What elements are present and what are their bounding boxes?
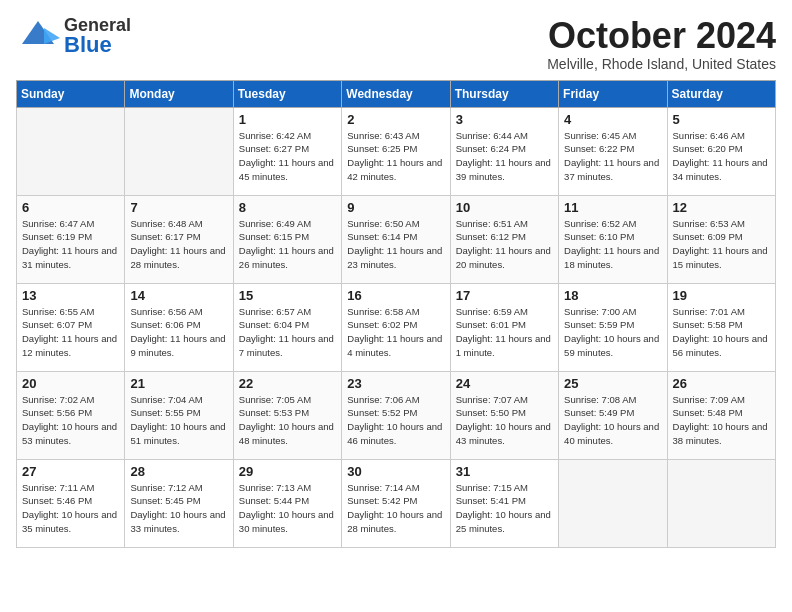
day-info: Sunrise: 6:42 AM Sunset: 6:27 PM Dayligh… xyxy=(239,129,336,184)
day-info: Sunrise: 6:59 AM Sunset: 6:01 PM Dayligh… xyxy=(456,305,553,360)
day-info: Sunrise: 7:11 AM Sunset: 5:46 PM Dayligh… xyxy=(22,481,119,536)
day-number: 24 xyxy=(456,376,553,391)
day-info: Sunrise: 6:47 AM Sunset: 6:19 PM Dayligh… xyxy=(22,217,119,272)
day-number: 6 xyxy=(22,200,119,215)
day-info: Sunrise: 6:48 AM Sunset: 6:17 PM Dayligh… xyxy=(130,217,227,272)
day-info: Sunrise: 6:57 AM Sunset: 6:04 PM Dayligh… xyxy=(239,305,336,360)
day-number: 13 xyxy=(22,288,119,303)
location-title: Melville, Rhode Island, United States xyxy=(547,56,776,72)
day-info: Sunrise: 6:43 AM Sunset: 6:25 PM Dayligh… xyxy=(347,129,444,184)
day-number: 23 xyxy=(347,376,444,391)
day-info: Sunrise: 7:05 AM Sunset: 5:53 PM Dayligh… xyxy=(239,393,336,448)
day-info: Sunrise: 6:46 AM Sunset: 6:20 PM Dayligh… xyxy=(673,129,770,184)
weekday-header-row: SundayMondayTuesdayWednesdayThursdayFrid… xyxy=(17,80,776,107)
calendar-day: 24Sunrise: 7:07 AM Sunset: 5:50 PM Dayli… xyxy=(450,371,558,459)
day-info: Sunrise: 7:01 AM Sunset: 5:58 PM Dayligh… xyxy=(673,305,770,360)
day-info: Sunrise: 6:52 AM Sunset: 6:10 PM Dayligh… xyxy=(564,217,661,272)
day-number: 27 xyxy=(22,464,119,479)
day-info: Sunrise: 7:14 AM Sunset: 5:42 PM Dayligh… xyxy=(347,481,444,536)
calendar-day: 21Sunrise: 7:04 AM Sunset: 5:55 PM Dayli… xyxy=(125,371,233,459)
day-number: 5 xyxy=(673,112,770,127)
calendar-day: 7Sunrise: 6:48 AM Sunset: 6:17 PM Daylig… xyxy=(125,195,233,283)
day-info: Sunrise: 6:45 AM Sunset: 6:22 PM Dayligh… xyxy=(564,129,661,184)
day-number: 8 xyxy=(239,200,336,215)
day-number: 31 xyxy=(456,464,553,479)
day-number: 16 xyxy=(347,288,444,303)
calendar-day: 10Sunrise: 6:51 AM Sunset: 6:12 PM Dayli… xyxy=(450,195,558,283)
calendar-day xyxy=(667,459,775,547)
calendar-day: 29Sunrise: 7:13 AM Sunset: 5:44 PM Dayli… xyxy=(233,459,341,547)
day-info: Sunrise: 7:06 AM Sunset: 5:52 PM Dayligh… xyxy=(347,393,444,448)
weekday-header-wednesday: Wednesday xyxy=(342,80,450,107)
calendar-day: 8Sunrise: 6:49 AM Sunset: 6:15 PM Daylig… xyxy=(233,195,341,283)
day-number: 15 xyxy=(239,288,336,303)
calendar-day: 18Sunrise: 7:00 AM Sunset: 5:59 PM Dayli… xyxy=(559,283,667,371)
day-number: 29 xyxy=(239,464,336,479)
calendar-week-3: 13Sunrise: 6:55 AM Sunset: 6:07 PM Dayli… xyxy=(17,283,776,371)
day-info: Sunrise: 7:07 AM Sunset: 5:50 PM Dayligh… xyxy=(456,393,553,448)
day-number: 17 xyxy=(456,288,553,303)
day-info: Sunrise: 6:56 AM Sunset: 6:06 PM Dayligh… xyxy=(130,305,227,360)
day-info: Sunrise: 6:44 AM Sunset: 6:24 PM Dayligh… xyxy=(456,129,553,184)
logo-icon xyxy=(16,16,60,56)
day-number: 9 xyxy=(347,200,444,215)
calendar-body: 1Sunrise: 6:42 AM Sunset: 6:27 PM Daylig… xyxy=(17,107,776,547)
calendar-day: 11Sunrise: 6:52 AM Sunset: 6:10 PM Dayli… xyxy=(559,195,667,283)
calendar-day: 25Sunrise: 7:08 AM Sunset: 5:49 PM Dayli… xyxy=(559,371,667,459)
day-number: 26 xyxy=(673,376,770,391)
calendar-day xyxy=(559,459,667,547)
calendar-day: 27Sunrise: 7:11 AM Sunset: 5:46 PM Dayli… xyxy=(17,459,125,547)
day-info: Sunrise: 7:08 AM Sunset: 5:49 PM Dayligh… xyxy=(564,393,661,448)
day-info: Sunrise: 7:04 AM Sunset: 5:55 PM Dayligh… xyxy=(130,393,227,448)
calendar-day: 3Sunrise: 6:44 AM Sunset: 6:24 PM Daylig… xyxy=(450,107,558,195)
day-info: Sunrise: 6:55 AM Sunset: 6:07 PM Dayligh… xyxy=(22,305,119,360)
calendar-day: 30Sunrise: 7:14 AM Sunset: 5:42 PM Dayli… xyxy=(342,459,450,547)
day-number: 18 xyxy=(564,288,661,303)
calendar-day: 5Sunrise: 6:46 AM Sunset: 6:20 PM Daylig… xyxy=(667,107,775,195)
day-number: 2 xyxy=(347,112,444,127)
calendar-day: 6Sunrise: 6:47 AM Sunset: 6:19 PM Daylig… xyxy=(17,195,125,283)
day-number: 4 xyxy=(564,112,661,127)
calendar-day: 20Sunrise: 7:02 AM Sunset: 5:56 PM Dayli… xyxy=(17,371,125,459)
day-number: 3 xyxy=(456,112,553,127)
day-number: 20 xyxy=(22,376,119,391)
calendar-day: 13Sunrise: 6:55 AM Sunset: 6:07 PM Dayli… xyxy=(17,283,125,371)
calendar-day: 17Sunrise: 6:59 AM Sunset: 6:01 PM Dayli… xyxy=(450,283,558,371)
calendar-week-1: 1Sunrise: 6:42 AM Sunset: 6:27 PM Daylig… xyxy=(17,107,776,195)
logo: General Blue xyxy=(16,16,131,56)
calendar-day: 16Sunrise: 6:58 AM Sunset: 6:02 PM Dayli… xyxy=(342,283,450,371)
calendar-day: 1Sunrise: 6:42 AM Sunset: 6:27 PM Daylig… xyxy=(233,107,341,195)
calendar-day: 23Sunrise: 7:06 AM Sunset: 5:52 PM Dayli… xyxy=(342,371,450,459)
day-number: 21 xyxy=(130,376,227,391)
calendar-day xyxy=(17,107,125,195)
calendar-day: 19Sunrise: 7:01 AM Sunset: 5:58 PM Dayli… xyxy=(667,283,775,371)
title-area: October 2024 Melville, Rhode Island, Uni… xyxy=(547,16,776,72)
day-info: Sunrise: 7:09 AM Sunset: 5:48 PM Dayligh… xyxy=(673,393,770,448)
day-info: Sunrise: 7:02 AM Sunset: 5:56 PM Dayligh… xyxy=(22,393,119,448)
calendar-day: 28Sunrise: 7:12 AM Sunset: 5:45 PM Dayli… xyxy=(125,459,233,547)
weekday-header-friday: Friday xyxy=(559,80,667,107)
calendar-week-4: 20Sunrise: 7:02 AM Sunset: 5:56 PM Dayli… xyxy=(17,371,776,459)
calendar-day: 15Sunrise: 6:57 AM Sunset: 6:04 PM Dayli… xyxy=(233,283,341,371)
day-number: 30 xyxy=(347,464,444,479)
day-info: Sunrise: 7:15 AM Sunset: 5:41 PM Dayligh… xyxy=(456,481,553,536)
day-info: Sunrise: 6:50 AM Sunset: 6:14 PM Dayligh… xyxy=(347,217,444,272)
calendar-day: 9Sunrise: 6:50 AM Sunset: 6:14 PM Daylig… xyxy=(342,195,450,283)
calendar-table: SundayMondayTuesdayWednesdayThursdayFrid… xyxy=(16,80,776,548)
day-number: 25 xyxy=(564,376,661,391)
calendar-day: 14Sunrise: 6:56 AM Sunset: 6:06 PM Dayli… xyxy=(125,283,233,371)
day-number: 1 xyxy=(239,112,336,127)
weekday-header-saturday: Saturday xyxy=(667,80,775,107)
weekday-header-tuesday: Tuesday xyxy=(233,80,341,107)
calendar-day: 22Sunrise: 7:05 AM Sunset: 5:53 PM Dayli… xyxy=(233,371,341,459)
page-header: General Blue October 2024 Melville, Rhod… xyxy=(16,16,776,72)
day-info: Sunrise: 6:53 AM Sunset: 6:09 PM Dayligh… xyxy=(673,217,770,272)
weekday-header-thursday: Thursday xyxy=(450,80,558,107)
logo-text: General Blue xyxy=(64,16,131,56)
day-number: 7 xyxy=(130,200,227,215)
day-number: 10 xyxy=(456,200,553,215)
day-info: Sunrise: 6:49 AM Sunset: 6:15 PM Dayligh… xyxy=(239,217,336,272)
day-number: 19 xyxy=(673,288,770,303)
calendar-day: 31Sunrise: 7:15 AM Sunset: 5:41 PM Dayli… xyxy=(450,459,558,547)
day-number: 28 xyxy=(130,464,227,479)
